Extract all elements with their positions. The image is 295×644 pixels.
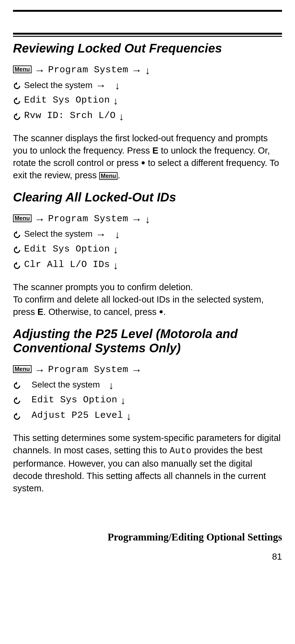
rotate-icon [13, 382, 21, 390]
running-footer-title: Programming/Editing Optional Settings [13, 532, 282, 543]
arrow-down-icon: ↓ [121, 395, 126, 406]
step-select-system: Select the system [32, 378, 100, 391]
text: . [118, 170, 120, 180]
key-e: E [37, 307, 43, 317]
arrow-down-icon: ↓ [126, 411, 131, 422]
heading-adjust-p25: Adjusting the P25 Level (Motorola and Co… [13, 327, 282, 355]
menu-key-icon: Menu [13, 66, 32, 73]
arrow-down-icon: ↓ [145, 65, 150, 76]
paragraph-s1: The scanner displays the first locked-ou… [13, 132, 282, 181]
text: The scanner prompts you to confirm delet… [13, 282, 193, 292]
rotate-icon [13, 262, 21, 270]
arrow-right-icon: → [131, 65, 142, 75]
arrow-down-icon: ↓ [119, 111, 124, 122]
arrow-right-icon: → [131, 214, 142, 224]
heading-reviewing-locked-out: Reviewing Locked Out Frequencies [13, 41, 282, 55]
page-number: 81 [13, 552, 282, 562]
arrow-right-icon: → [35, 365, 45, 375]
page-top-rule [13, 10, 282, 12]
step-select-system: Select the system [24, 227, 92, 240]
arrow-down-icon: ↓ [113, 260, 118, 271]
arrow-right-icon: → [96, 80, 106, 91]
text: . Otherwise, to cancel, press [43, 307, 159, 317]
rotate-icon [13, 82, 21, 90]
arrow-down-icon: ↓ [113, 95, 118, 106]
step-program-system: Program System [48, 362, 128, 377]
step-program-system: Program System [48, 212, 128, 226]
key-e: E [152, 146, 158, 155]
rotate-icon [13, 231, 21, 239]
heading-clearing-locked-out-ids: Clearing All Locked-Out IDs [13, 190, 282, 204]
text: . [163, 307, 166, 317]
arrow-down-icon: ↓ [113, 244, 118, 255]
nav-steps-s1: Menu → Program System → ↓ Select the sys… [13, 63, 282, 123]
nav-steps-s2: Menu → Program System → ↓ Select the sys… [13, 212, 282, 272]
arrow-down-icon: ↓ [115, 80, 120, 91]
menu-key-icon: Menu [13, 214, 32, 222]
step-clr-ids: Clr All L/O IDs [24, 257, 110, 272]
rotate-icon [13, 97, 21, 105]
value-auto: Auto [169, 446, 192, 456]
dot-key-icon [142, 161, 145, 164]
arrow-right-icon: → [35, 65, 45, 75]
step-select-system: Select the system [24, 78, 92, 92]
step-edit-sys-option: Edit Sys Option [24, 242, 110, 256]
paragraph-s3: This setting determines some system-spec… [13, 432, 282, 494]
arrow-right-icon: → [35, 214, 45, 224]
paragraph-s2: The scanner prompts you to confirm delet… [13, 281, 282, 318]
rotate-icon [13, 113, 21, 121]
step-edit-sys-option: Edit Sys Option [24, 93, 110, 108]
arrow-down-icon: ↓ [115, 229, 120, 240]
step-program-system: Program System [48, 63, 128, 77]
arrow-right-icon: → [96, 229, 106, 239]
arrow-down-icon: ↓ [145, 214, 150, 225]
menu-key-icon: Menu [13, 365, 32, 373]
arrow-down-icon: ↓ [109, 380, 114, 391]
dot-key-icon [160, 310, 163, 313]
menu-key-icon: Menu [99, 172, 118, 180]
step-adjust-p25: Adjust P25 Level [32, 408, 123, 423]
step-edit-sys-option: Edit Sys Option [32, 393, 118, 407]
rotate-icon [13, 397, 21, 405]
arrow-right-icon: → [131, 365, 142, 375]
rotate-icon [13, 246, 21, 254]
nav-steps-s3: Menu → Program System → Select the syste… [13, 362, 282, 423]
step-rvw-id: Rvw ID: Srch L/O [24, 108, 116, 123]
section-divider [13, 33, 282, 37]
rotate-icon [13, 413, 21, 421]
